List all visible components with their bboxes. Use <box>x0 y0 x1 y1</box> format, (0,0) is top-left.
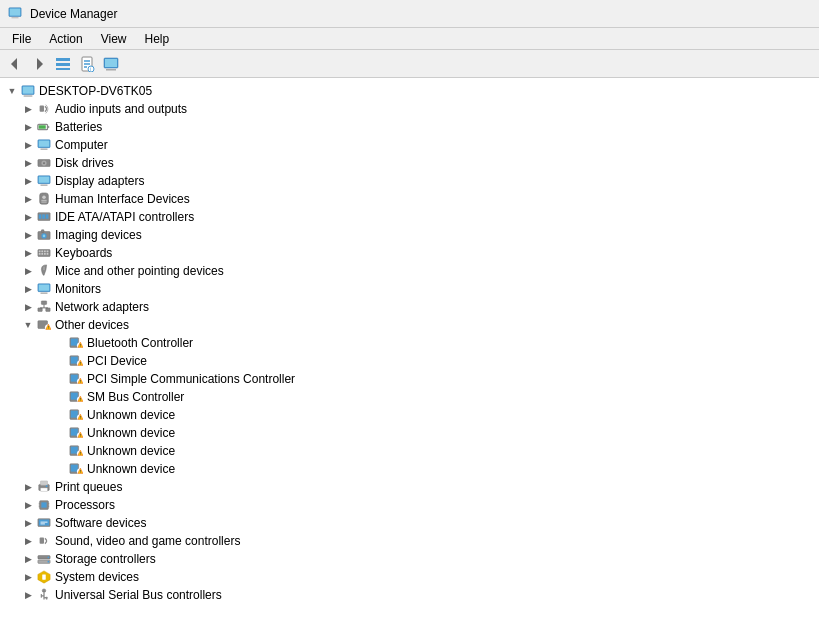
expand-processors[interactable] <box>20 497 36 513</box>
tree-mice[interactable]: Mice and other pointing devices <box>0 262 819 280</box>
unknown-3-label: Unknown device <box>87 444 175 458</box>
expand-sound[interactable] <box>20 533 36 549</box>
svg-rect-124 <box>40 538 44 544</box>
tree-network[interactable]: Network adapters <box>0 298 819 316</box>
toolbar-properties-btn[interactable]: i <box>76 53 98 75</box>
expand-hid[interactable] <box>20 191 36 207</box>
tree-computer[interactable]: Computer <box>0 136 819 154</box>
tree-processors[interactable]: Processors <box>0 496 819 514</box>
tree-unknown-3[interactable]: ! Unknown device <box>0 442 819 460</box>
audio-label: Audio inputs and outputs <box>55 102 187 116</box>
imaging-label: Imaging devices <box>55 228 142 242</box>
expand-keyboard[interactable] <box>20 245 36 261</box>
tree-smbus[interactable]: ! SM Bus Controller <box>0 388 819 406</box>
expand-other[interactable] <box>20 317 36 333</box>
tree-sound[interactable]: Sound, video and game controllers <box>0 532 819 550</box>
toolbar-forward-btn[interactable] <box>28 53 50 75</box>
tree-software[interactable]: Software devices <box>0 514 819 532</box>
svg-rect-109 <box>41 481 48 485</box>
expand-display[interactable] <box>20 173 36 189</box>
toolbar-back-btn[interactable] <box>4 53 26 75</box>
svg-rect-19 <box>23 87 34 94</box>
tree-disk[interactable]: Disk drives <box>0 154 819 172</box>
root-label: DESKTOP-DV6TK05 <box>39 84 152 98</box>
expand-audio[interactable] <box>20 101 36 117</box>
unknown-4-warning-icon: ! <box>68 461 84 477</box>
menu-file[interactable]: File <box>4 30 39 48</box>
processors-icon <box>36 497 52 513</box>
tree-display[interactable]: Display adapters <box>0 172 819 190</box>
svg-point-29 <box>43 162 45 164</box>
tree-bluetooth[interactable]: ! Bluetooth Controller <box>0 334 819 352</box>
unknown-4-label: Unknown device <box>87 462 175 476</box>
expand-usb[interactable] <box>20 587 36 603</box>
expand-print[interactable] <box>20 479 36 495</box>
expand-batteries[interactable] <box>20 119 36 135</box>
processors-label: Processors <box>55 498 115 512</box>
svg-rect-136 <box>46 597 48 600</box>
expand-mice[interactable] <box>20 263 36 279</box>
expand-storage[interactable] <box>20 551 36 567</box>
toolbar-list-btn[interactable] <box>52 53 74 75</box>
unknown-1-warning-icon: ! <box>68 407 84 423</box>
monitors-label: Monitors <box>55 282 101 296</box>
expand-root[interactable] <box>4 83 20 99</box>
svg-point-34 <box>42 196 46 200</box>
menu-help[interactable]: Help <box>137 30 178 48</box>
tree-ide[interactable]: IDE ATA/ATAPI controllers <box>0 208 819 226</box>
menu-action[interactable]: Action <box>41 30 90 48</box>
tree-keyboard[interactable]: Keyboards <box>0 244 819 262</box>
tree-storage[interactable]: Storage controllers <box>0 550 819 568</box>
tree-usb[interactable]: Universal Serial Bus controllers <box>0 586 819 604</box>
tree-imaging[interactable]: Imaging devices <box>0 226 819 244</box>
expand-ide[interactable] <box>20 209 36 225</box>
expand-monitors[interactable] <box>20 281 36 297</box>
storage-icon <box>36 551 52 567</box>
tree-system[interactable]: System devices <box>0 568 819 586</box>
expand-imaging[interactable] <box>20 227 36 243</box>
network-icon <box>36 299 52 315</box>
bluetooth-label: Bluetooth Controller <box>87 336 193 350</box>
ide-label: IDE ATA/ATAPI controllers <box>55 210 194 224</box>
tree-root[interactable]: DESKTOP-DV6TK05 <box>0 82 819 100</box>
expand-disk[interactable] <box>20 155 36 171</box>
svg-rect-51 <box>41 253 43 255</box>
disk-label: Disk drives <box>55 156 114 170</box>
title-bar-text: Device Manager <box>30 7 117 21</box>
toolbar-update-btn[interactable] <box>100 53 122 75</box>
tree-pci-device[interactable]: ! PCI Device <box>0 352 819 370</box>
svg-rect-26 <box>41 149 48 150</box>
tree-audio[interactable]: Audio inputs and outputs <box>0 100 819 118</box>
svg-rect-16 <box>106 69 116 71</box>
expand-system[interactable] <box>20 569 36 585</box>
app-icon <box>8 6 24 22</box>
tree-unknown-4[interactable]: ! Unknown device <box>0 460 819 478</box>
tree-hid[interactable]: Human Interface Devices <box>0 190 819 208</box>
imaging-icon <box>36 227 52 243</box>
tree-other[interactable]: ! Other devices <box>0 316 819 334</box>
tree-unknown-1[interactable]: ! Unknown device <box>0 406 819 424</box>
pci-device-label: PCI Device <box>87 354 147 368</box>
print-icon <box>36 479 52 495</box>
toolbar: i <box>0 50 819 78</box>
svg-rect-2 <box>10 8 21 15</box>
expand-network[interactable] <box>20 299 36 315</box>
svg-rect-39 <box>42 214 45 218</box>
svg-point-127 <box>48 556 50 558</box>
menu-view[interactable]: View <box>93 30 135 48</box>
mice-icon <box>36 263 52 279</box>
svg-rect-59 <box>38 308 42 312</box>
tree-unknown-2[interactable]: ! Unknown device <box>0 424 819 442</box>
svg-rect-58 <box>41 301 46 305</box>
svg-rect-44 <box>41 230 44 233</box>
tree-pci-simple[interactable]: ! PCI Simple Communications Controller <box>0 370 819 388</box>
svg-rect-89 <box>71 411 78 418</box>
expand-computer[interactable] <box>20 137 36 153</box>
svg-rect-110 <box>41 488 48 492</box>
tree-monitors[interactable]: Monitors <box>0 280 819 298</box>
expand-software[interactable] <box>20 515 36 531</box>
svg-marker-4 <box>37 58 43 70</box>
tree-batteries[interactable]: Batteries <box>0 118 819 136</box>
tree-print[interactable]: Print queues <box>0 478 819 496</box>
svg-rect-48 <box>44 250 46 252</box>
